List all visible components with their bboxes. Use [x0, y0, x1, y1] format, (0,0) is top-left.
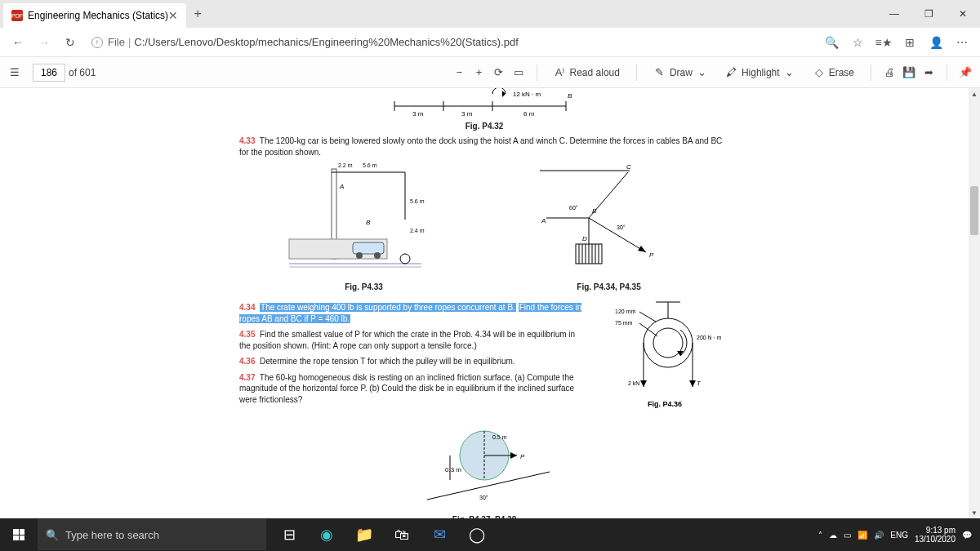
svg-point-50: [644, 318, 693, 367]
tab-title: Engineering Mechanics (Statics): [28, 10, 168, 21]
svg-text:30°: 30°: [479, 495, 488, 500]
tray-chevron-icon[interactable]: ˄: [818, 531, 822, 540]
collections-icon[interactable]: ⊞: [898, 31, 921, 54]
profile-icon[interactable]: 👤: [924, 31, 947, 54]
search-icon: 🔍: [46, 529, 59, 541]
forward-button[interactable]: →: [33, 31, 56, 54]
more-icon[interactable]: ⋯: [951, 31, 973, 54]
info-icon: i: [91, 37, 103, 48]
draw-button[interactable]: ✎ Draw ⌄: [648, 63, 714, 82]
chrome-icon[interactable]: ◯: [459, 518, 495, 551]
svg-marker-67: [510, 452, 517, 459]
wifi-icon[interactable]: 📶: [858, 531, 867, 540]
share-icon[interactable]: ➦: [922, 66, 935, 79]
svg-line-60: [639, 323, 657, 336]
svg-point-20: [400, 254, 410, 264]
figure-p436-diagram: 120 mm 75 mm 200 N · m 2 kN T Fig. P4.36: [599, 297, 729, 420]
svg-point-18: [356, 252, 363, 259]
address-bar: ← → ↻ i File | C:/Users/Lenovo/Desktop/m…: [0, 28, 980, 57]
svg-text:2 kN: 2 kN: [628, 380, 639, 386]
svg-text:0.3 m: 0.3 m: [445, 466, 461, 473]
pdf-viewport[interactable]: 12 kN · m B 3 m 3 m 6 m Fig. P4.32 4.33 …: [0, 88, 969, 518]
zoom-in-icon[interactable]: +: [473, 66, 486, 79]
back-button[interactable]: ←: [7, 31, 29, 54]
separator: [947, 64, 947, 81]
vertical-scrollbar[interactable]: ▲ ▼: [969, 88, 980, 518]
svg-text:C: C: [626, 163, 631, 171]
problem-4-33: 4.33 The 1200-kg car is being lowered sl…: [239, 136, 729, 158]
svg-text:120 mm: 120 mm: [615, 309, 635, 314]
print-icon[interactable]: 🖨: [883, 66, 896, 79]
figure-p433-diagram: A B 2.2 m 5.6 m 5.6 m 2.4 m: [283, 162, 446, 277]
svg-text:A: A: [339, 183, 344, 190]
minimize-button[interactable]: —: [877, 0, 911, 28]
fit-page-icon[interactable]: ▭: [512, 66, 525, 79]
browser-tab[interactable]: PDF Engineering Mechanics (Statics) ✕: [3, 3, 186, 28]
scroll-thumb[interactable]: [970, 186, 978, 235]
svg-line-58: [639, 312, 656, 322]
action-center-icon[interactable]: 💬: [962, 531, 972, 540]
chevron-down-icon: ⌄: [783, 66, 796, 79]
problem-4-37: 4.37 The 60-kg homogeneous disk is resti…: [239, 372, 587, 406]
svg-text:75 mm: 75 mm: [615, 320, 633, 326]
url-field[interactable]: i File | C:/Users/Lenovo/Desktop/mechani…: [85, 36, 817, 48]
svg-text:2.2 m: 2.2 m: [338, 162, 353, 168]
page-indicator: of 601: [33, 64, 96, 82]
highlight-button[interactable]: 🖍 Highlight ⌄: [720, 63, 801, 82]
separator: [636, 64, 637, 81]
svg-text:3 m: 3 m: [461, 110, 473, 118]
page-input[interactable]: [33, 64, 65, 82]
explorer-icon[interactable]: 📁: [346, 518, 382, 551]
new-tab-button[interactable]: +: [186, 2, 209, 25]
close-window-button[interactable]: ✕: [946, 0, 980, 28]
url-sep: |: [128, 36, 131, 48]
rotate-icon[interactable]: ⟳: [492, 66, 506, 79]
task-view-icon[interactable]: ⊟: [271, 518, 307, 551]
figure-p437-diagram: 0.3 m 0.5 m P 30°: [239, 423, 729, 513]
search-placeholder: Type here to search: [65, 529, 159, 541]
figure-p432-diagram: 12 kN · m B 3 m 3 m 6 m: [239, 91, 729, 119]
favorites-bar-icon[interactable]: ≡★: [872, 31, 895, 54]
mail-icon[interactable]: ✉: [421, 518, 457, 551]
taskbar-search[interactable]: 🔍 Type here to search: [38, 519, 266, 550]
taskbar-apps: ⊟ ◉ 📁 🛍 ✉ ◯: [271, 518, 495, 551]
svg-text:P: P: [649, 251, 654, 259]
svg-text:2.4 m: 2.4 m: [410, 228, 425, 233]
page-total: of 601: [69, 67, 96, 78]
erase-button[interactable]: ◇ Erase: [808, 63, 859, 82]
tab-close-icon[interactable]: ✕: [168, 9, 178, 22]
pdf-page: 12 kN · m B 3 m 3 m 6 m Fig. P4.32 4.33 …: [223, 88, 746, 518]
svg-text:0.5 m: 0.5 m: [492, 434, 507, 440]
volume-icon[interactable]: 🔊: [874, 531, 884, 540]
maximize-button[interactable]: ❐: [911, 0, 946, 28]
read-aloud-button[interactable]: A⁾ Read aloud: [549, 63, 625, 82]
scroll-up-icon[interactable]: ▲: [969, 88, 980, 100]
windows-icon: [13, 529, 24, 540]
svg-point-19: [374, 252, 381, 259]
pin-icon[interactable]: 📌: [959, 66, 972, 79]
save-icon[interactable]: 💾: [902, 66, 915, 79]
zoom-out-icon[interactable]: −: [453, 66, 466, 79]
svg-marker-54: [640, 380, 647, 387]
contents-icon[interactable]: ☰: [8, 66, 21, 79]
svg-rect-17: [353, 242, 384, 254]
store-icon[interactable]: 🛍: [384, 518, 420, 551]
svg-text:T: T: [697, 380, 702, 387]
svg-text:B: B: [366, 219, 371, 226]
search-icon[interactable]: 🔍: [820, 31, 843, 54]
favorite-icon[interactable]: ☆: [846, 31, 869, 54]
svg-text:12 kN · m: 12 kN · m: [513, 91, 541, 98]
svg-text:B: B: [592, 207, 597, 215]
scroll-down-icon[interactable]: ▼: [969, 507, 980, 518]
battery-icon[interactable]: ▭: [844, 531, 851, 540]
start-button[interactable]: [0, 518, 38, 551]
edge-icon[interactable]: ◉: [309, 518, 345, 551]
read-aloud-icon: A⁾: [554, 66, 567, 79]
language-indicator[interactable]: ENG: [890, 531, 908, 540]
clock[interactable]: 9:13 pm 13/10/2020: [915, 526, 956, 544]
figure-captions-row: Fig. P4.33 Fig. P4.34, P4.35: [239, 280, 729, 294]
svg-text:5.6 m: 5.6 m: [410, 198, 425, 204]
separator: [871, 64, 871, 81]
refresh-button[interactable]: ↻: [59, 31, 82, 54]
onedrive-icon[interactable]: ☁: [829, 531, 837, 540]
